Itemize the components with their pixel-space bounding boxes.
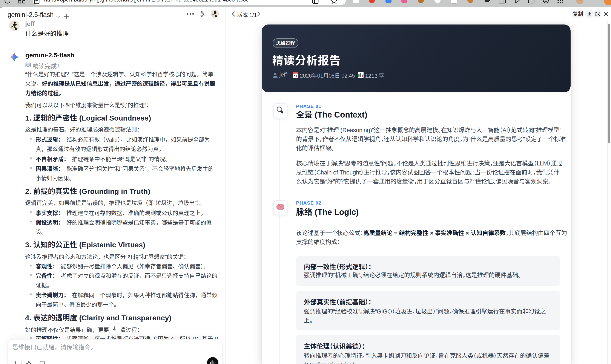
svg-text:JUL: JUL	[294, 73, 297, 74]
svg-text:17: 17	[294, 75, 297, 78]
